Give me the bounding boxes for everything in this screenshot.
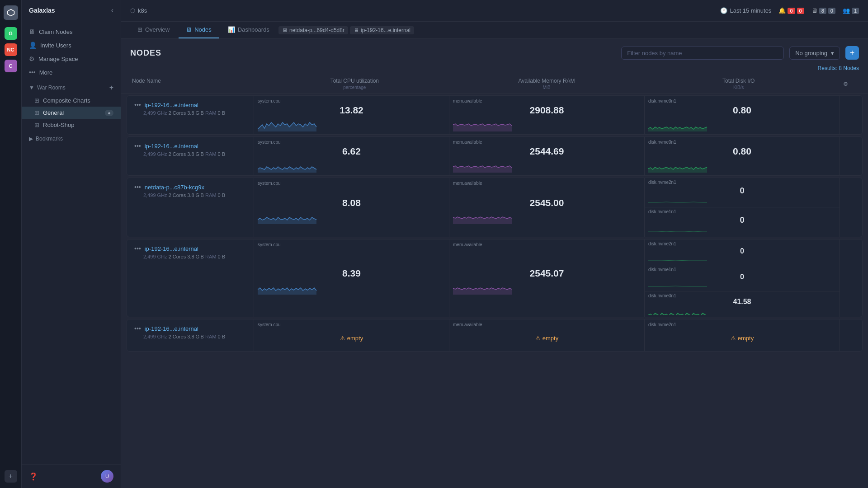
nav-label-claim-nodes: Claim Nodes: [39, 28, 72, 35]
workspace-nc[interactable]: NC: [5, 43, 17, 56]
mem-label-3: mem.available: [453, 181, 482, 186]
users-count: 1: [852, 8, 859, 14]
filter-nodes-input[interactable]: [621, 47, 784, 60]
bell-icon: 🔔: [778, 7, 786, 14]
table-header: Node Name Total CPU utilizationpercentag…: [121, 75, 868, 94]
col-disk: Total Disk I/OKiB/s: [642, 78, 835, 90]
cpu-label-5: system.cpu: [258, 322, 281, 327]
time-filter-selector[interactable]: 🕐 Last 15 minutes: [720, 7, 772, 14]
add-node-button[interactable]: +: [845, 46, 859, 60]
cluster-selector[interactable]: ⬡ k8s: [130, 7, 147, 14]
nav-item-claim-nodes[interactable]: 🖥 Claim Nodes: [22, 25, 121, 38]
tab-dashboards[interactable]: 📊 Dashboards: [221, 22, 277, 38]
tab-dashboards-label: Dashboards: [238, 26, 269, 33]
alerts-badge[interactable]: 🔔 0 0: [778, 7, 804, 14]
row-actions-2[interactable]: •••: [134, 142, 141, 150]
tab-overview[interactable]: ⊞ Overview: [130, 22, 177, 38]
workspace-c[interactable]: C: [5, 60, 17, 72]
mem-label-5: mem.available: [453, 322, 482, 327]
grouping-selector[interactable]: No grouping ▾: [789, 47, 840, 60]
node-name-1[interactable]: ip-192-16...e.internal: [145, 102, 198, 108]
users-badge[interactable]: 👥 1: [843, 7, 859, 14]
general-badge: ●: [105, 110, 113, 116]
table-row: ••• ip-192-16...e.internal 2,499 GHz 2 C…: [127, 95, 863, 135]
war-rooms-label: War Rooms: [37, 84, 66, 91]
sidebar-item-general[interactable]: ⊞ General ●: [22, 107, 121, 119]
war-rooms-toggle[interactable]: ▼ War Rooms: [29, 84, 66, 91]
row-actions-4[interactable]: •••: [134, 245, 141, 252]
node-specs-1: 2,499 GHz 2 Cores 3.8 GiB RAM 0 B: [134, 110, 246, 116]
node-info-1: ••• ip-192-16...e.internal 2,499 GHz 2 C…: [127, 96, 254, 134]
disk-sub-label-3-4: disk.nvme0n1: [648, 293, 676, 298]
cpu-value-4: 8.39: [342, 268, 361, 279]
nav-item-more[interactable]: ••• More: [22, 66, 121, 79]
user-avatar[interactable]: U: [101, 470, 113, 483]
tab-netdata-chip[interactable]: 🖥 netdata-p...69d4-d5d8r: [278, 26, 348, 34]
cpu-cell-3: system.cpu 8.08: [254, 178, 449, 237]
topbar-right: 🕐 Last 15 minutes 🔔 0 0 🖥 8 0 👥 1: [720, 7, 859, 14]
svg-marker-0: [7, 9, 14, 16]
node-name-3[interactable]: netdata-p...c87b-kcg9x: [145, 184, 204, 191]
chevron-down-icon: ▼: [29, 84, 34, 91]
row-settings-2: [840, 137, 862, 175]
cpu-empty-5: ⚠ empty: [340, 335, 363, 342]
tab-nodes[interactable]: 🖥 Nodes: [179, 22, 219, 38]
row-actions-5[interactable]: •••: [134, 325, 141, 332]
disk-sub-value-2-4: 0: [740, 273, 744, 281]
mem-chart-1: [453, 116, 641, 131]
mem-value-3: 2545.00: [530, 197, 564, 208]
collapse-sidebar-button[interactable]: ‹: [111, 6, 113, 14]
room-label-composite: Composite-Charts: [43, 97, 90, 104]
mem-empty-label-5: empty: [542, 335, 558, 342]
nav-item-manage-space[interactable]: ⚙ Manage Space: [22, 52, 121, 66]
tab-ip192-chip[interactable]: 🖥 ip-192-16...e.internal: [350, 26, 414, 34]
disk-sub-chart-2-4: [648, 281, 836, 288]
sidebar-item-composite-charts[interactable]: ⊞ Composite-Charts: [22, 94, 121, 107]
war-rooms-header: ▼ War Rooms +: [22, 81, 121, 94]
disk-label-2: disk.nvme0n1: [648, 140, 676, 145]
mem-cell-5: mem.available ⚠ empty: [449, 319, 644, 351]
disk-chart-2: [648, 157, 836, 173]
sidebar: Galaxlas ‹ 🖥 Claim Nodes 👤 Invite Users …: [22, 0, 121, 488]
disk-cell-5: disk.nvme2n1 ⚠ empty: [644, 319, 840, 351]
sidebar-item-robot-shop[interactable]: ⊞ Robot-Shop: [22, 119, 121, 131]
workspace-g[interactable]: G: [5, 27, 17, 40]
col-settings[interactable]: ⚙: [835, 78, 857, 90]
bookmarks-header[interactable]: ▶ Bookmarks: [22, 133, 121, 145]
disk-sub-value-3-4: 41.58: [733, 298, 751, 306]
room-icon-robot-shop: ⊞: [34, 122, 39, 128]
node-name-5[interactable]: ip-192-16...e.internal: [145, 325, 198, 332]
manage-space-icon: ⚙: [29, 55, 35, 62]
table-row: ••• ip-192-16...e.internal 2,499 GHz 2 C…: [127, 319, 863, 352]
row-settings-3: [840, 178, 862, 237]
node-specs-4: 2,499 GHz 2 Cores 3.8 GiB RAM 0 B: [134, 254, 246, 259]
nav-label-more: More: [39, 69, 53, 76]
cpu-label-2: system.cpu: [258, 140, 281, 145]
table-row: ••• netdata-p...c87b-kcg9x 2,499 GHz 2 C…: [127, 178, 863, 237]
disk-sub-chart-1-4: [648, 255, 836, 262]
chevron-right-icon: ▶: [29, 136, 33, 142]
disk-label-1: disk.nvme0n1: [648, 99, 676, 103]
add-workspace-button[interactable]: +: [5, 470, 17, 483]
row-actions-3[interactable]: •••: [134, 183, 141, 191]
add-room-button[interactable]: +: [109, 84, 113, 92]
monitors-badge[interactable]: 🖥 8 0: [811, 7, 835, 14]
app-logo[interactable]: [4, 5, 18, 20]
cluster-icon: ⬡: [130, 7, 135, 14]
grouping-label: No grouping: [795, 50, 827, 56]
room-icon-composite: ⊞: [34, 97, 39, 104]
help-icon[interactable]: ❓: [29, 472, 38, 481]
warn-icon-disk-5: ⚠: [731, 335, 736, 342]
nav-item-invite-users[interactable]: 👤 Invite Users: [22, 38, 121, 52]
clock-icon: 🕐: [720, 7, 727, 14]
warn-icon-cpu-5: ⚠: [340, 335, 345, 342]
row-actions-1[interactable]: •••: [134, 101, 141, 108]
sidebar-footer: ❓ U: [22, 464, 121, 488]
cpu-cell-5: system.cpu ⚠ empty: [254, 319, 449, 351]
node-name-4[interactable]: ip-192-16...e.internal: [145, 245, 198, 252]
alert-count: 0: [788, 8, 795, 14]
node-name-2[interactable]: ip-192-16...e.internal: [145, 143, 198, 150]
cluster-name: k8s: [138, 7, 147, 14]
topbar: ⬡ k8s 🕐 Last 15 minutes 🔔 0 0 🖥 8 0 👥 1: [121, 0, 868, 22]
mem-label-4: mem.available: [453, 242, 482, 247]
